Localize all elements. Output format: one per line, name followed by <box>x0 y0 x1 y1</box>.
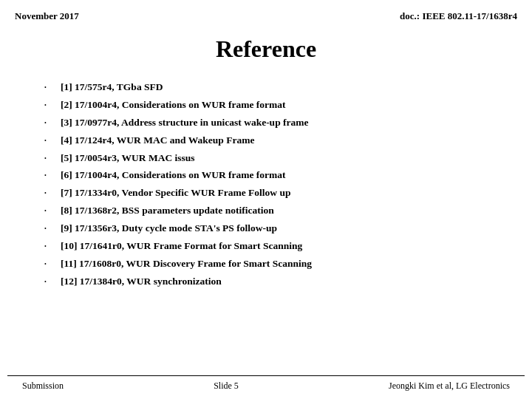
list-item: •[1] 17/575r4, TGba SFD <box>44 81 502 95</box>
header: November 2017 doc.: IEEE 802.11-17/1638r… <box>0 0 532 22</box>
bullet-icon: • <box>44 242 55 250</box>
list-item: •[10] 17/1641r0, WUR Frame Format for Sm… <box>44 239 502 253</box>
reference-text: [11] 17/1608r0, WUR Discovery Frame for … <box>61 257 312 271</box>
reference-text: [5] 17/0054r3, WUR MAC issus <box>61 151 195 166</box>
list-item: •[8] 17/1368r2, BSS parameters update no… <box>44 204 502 218</box>
reference-text: [2] 17/1004r4, Considerations on WUR fra… <box>61 98 286 112</box>
bullet-icon: • <box>44 137 55 145</box>
bullet-icon: • <box>44 171 55 180</box>
reference-text: [8] 17/1368r2, BSS parameters update not… <box>61 204 274 218</box>
bullet-icon: • <box>44 83 55 92</box>
bullet-icon: • <box>44 278 55 286</box>
bullet-icon: • <box>44 154 55 163</box>
list-item: •[6] 17/1004r4, Considerations on WUR fr… <box>44 168 502 183</box>
list-item: •[2] 17/1004r4, Considerations on WUR fr… <box>44 98 502 112</box>
footer-center: Slide 5 <box>214 381 239 392</box>
list-item: •[11] 17/1608r0, WUR Discovery Frame for… <box>44 257 502 271</box>
list-item: •[9] 17/1356r3, Duty cycle mode STA's PS… <box>44 222 502 236</box>
bullet-icon: • <box>44 189 55 197</box>
reference-text: [6] 17/1004r4, Considerations on WUR fra… <box>61 168 286 183</box>
page-title: Reference <box>15 35 517 63</box>
list-item: •[3] 17/0977r4, Address structure in uni… <box>44 116 502 130</box>
reference-text: [9] 17/1356r3, Duty cycle mode STA's PS … <box>61 222 277 236</box>
references-list: •[1] 17/575r4, TGba SFD•[2] 17/1004r4, C… <box>0 78 532 289</box>
list-item: •[5] 17/0054r3, WUR MAC issus <box>44 151 502 166</box>
reference-text: [10] 17/1641r0, WUR Frame Format for Sma… <box>61 239 302 253</box>
reference-text: [3] 17/0977r4, Address structure in unic… <box>61 116 309 130</box>
bullet-icon: • <box>44 119 55 127</box>
bullet-icon: • <box>44 225 55 233</box>
list-item: •[4] 17/124r4, WUR MAC and Wakeup Frame <box>44 134 502 148</box>
header-date: November 2017 <box>15 10 79 22</box>
reference-text: [1] 17/575r4, TGba SFD <box>61 81 163 95</box>
bullet-icon: • <box>44 207 55 215</box>
list-item: •[7] 17/1334r0, Vendor Specific WUR Fram… <box>44 186 502 200</box>
title-section: Reference <box>0 22 532 78</box>
bullet-icon: • <box>44 260 55 268</box>
footer-right: Jeongki Kim et al, LG Electronics <box>389 381 510 392</box>
list-item: •[12] 17/1384r0, WUR synchronization <box>44 275 502 289</box>
reference-text: [12] 17/1384r0, WUR synchronization <box>61 275 222 289</box>
header-doc: doc.: IEEE 802.11-17/1638r4 <box>400 10 517 22</box>
bullet-icon: • <box>44 101 55 109</box>
footer: Submission Slide 5 Jeongki Kim et al, LG… <box>7 375 525 392</box>
footer-left: Submission <box>22 381 64 392</box>
reference-text: [4] 17/124r4, WUR MAC and Wakeup Frame <box>61 134 254 148</box>
reference-text: [7] 17/1334r0, Vendor Specific WUR Frame… <box>61 186 291 200</box>
